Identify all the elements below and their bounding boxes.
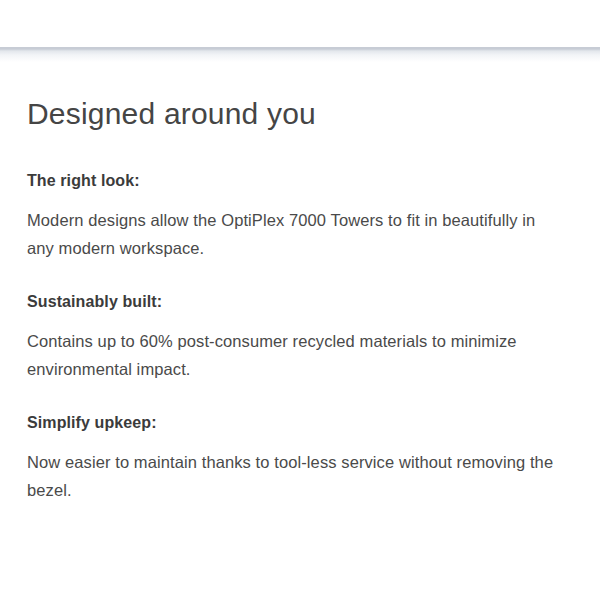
feature-heading-sustainably-built: Sustainably built:: [27, 291, 562, 313]
feature-section-sustainably-built: Sustainably built: Contains up to 60% po…: [27, 291, 562, 383]
feature-section-right-look: The right look: Modern designs allow the…: [27, 170, 562, 262]
content-area: Designed around you The right look: Mode…: [27, 61, 562, 504]
feature-body-sustainably-built: Contains up to 60% post-consumer recycle…: [27, 327, 562, 383]
page-title: Designed around you: [27, 95, 562, 133]
feature-heading-right-look: The right look:: [27, 170, 562, 192]
feature-section-simplify-upkeep: Simplify upkeep: Now easier to maintain …: [27, 412, 562, 504]
feature-body-right-look: Modern designs allow the OptiPlex 7000 T…: [27, 206, 562, 262]
feature-body-simplify-upkeep: Now easier to maintain thanks to tool-le…: [27, 448, 562, 504]
feature-heading-simplify-upkeep: Simplify upkeep:: [27, 412, 562, 434]
section-top-divider: [0, 47, 600, 62]
